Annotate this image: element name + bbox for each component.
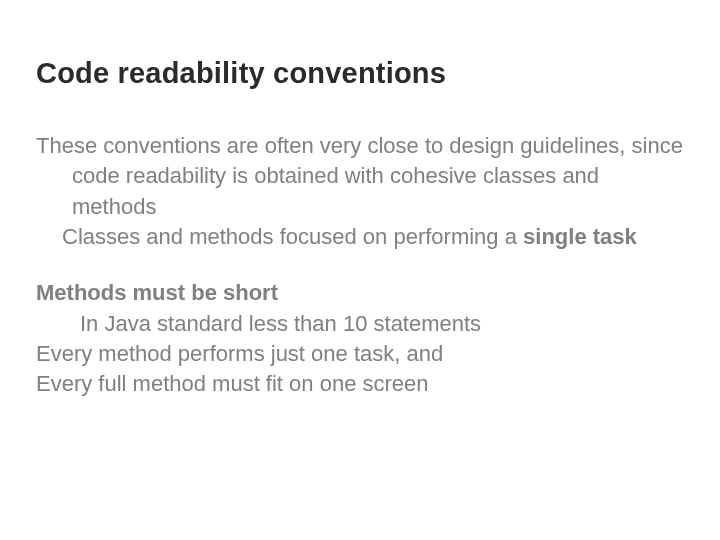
paragraph-onescreen: Every full method must fit on one screen [36,369,684,399]
slide-body: These conventions are often very close t… [36,131,684,400]
slide: Code readability conventions These conve… [0,0,720,540]
text-short: Methods must be short [36,280,278,305]
sub-paragraph-singletask: Classes and methods focused on performin… [36,222,684,252]
paragraph-java: In Java standard less than 10 statements [36,309,684,339]
text-onetask: Every method performs just one task, and [36,341,443,366]
text-singletask-a: Classes and methods focused on performin… [62,224,523,249]
paragraph-short: Methods must be short [36,278,684,308]
slide-title: Code readability conventions [36,56,684,91]
text-java: In Java standard less than 10 statements [80,311,481,336]
text-singletask-b: single task [523,224,637,249]
paragraph-intro: These conventions are often very close t… [36,131,684,222]
text-onescreen: Every full method must fit on one screen [36,371,429,396]
text-intro: These conventions are often very close t… [36,133,683,219]
paragraph-onetask: Every method performs just one task, and [36,339,684,369]
